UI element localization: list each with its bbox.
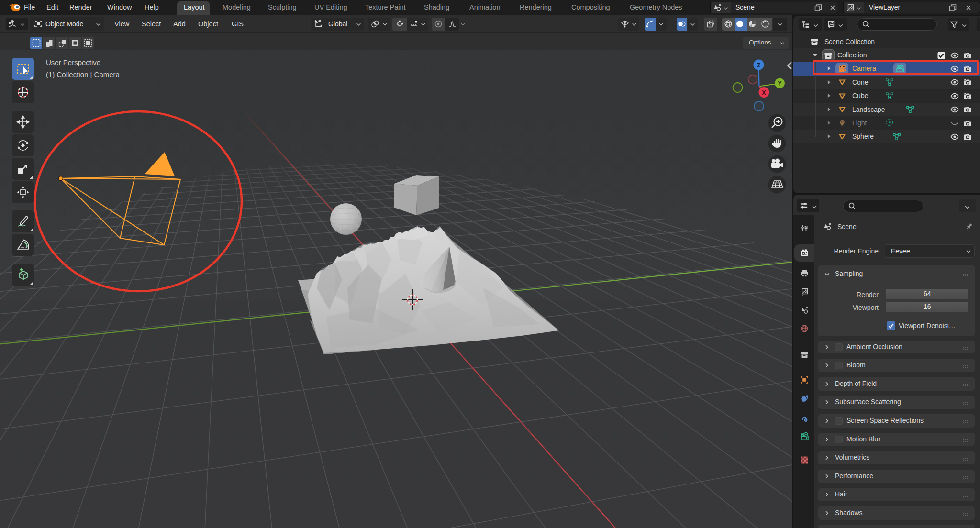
svg-text:Z: Z: [757, 62, 760, 69]
svg-text:Y: Y: [778, 80, 781, 87]
svg-text:(1) Collection | Camera: (1) Collection | Camera: [46, 70, 120, 78]
svg-text:User Perspective: User Perspective: [46, 58, 100, 66]
svg-text:X: X: [762, 89, 766, 96]
